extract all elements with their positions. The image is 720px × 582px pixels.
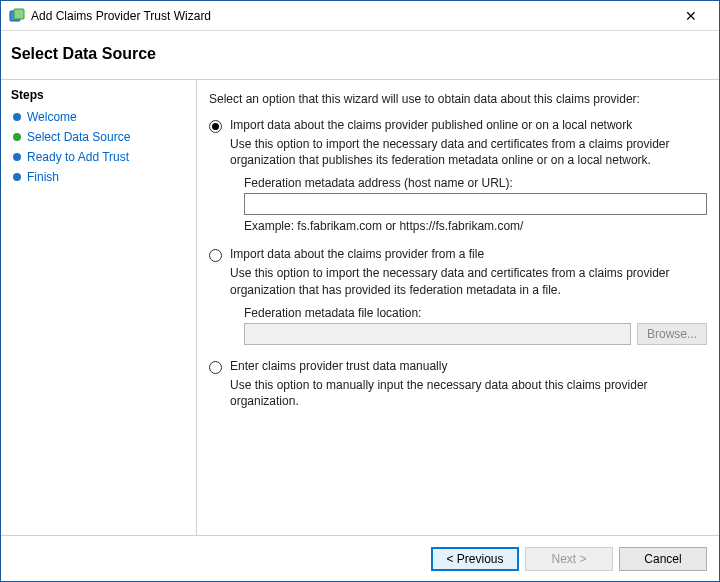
page-header: Select Data Source bbox=[1, 31, 719, 79]
option-desc: Use this option to import the necessary … bbox=[230, 265, 707, 297]
metadata-address-input[interactable] bbox=[244, 193, 707, 215]
metadata-file-label: Federation metadata file location: bbox=[244, 306, 707, 320]
browse-button: Browse... bbox=[637, 323, 707, 345]
content: Select an option that this wizard will u… bbox=[196, 80, 719, 535]
next-button: Next > bbox=[525, 547, 613, 571]
option-title: Import data about the claims provider fr… bbox=[230, 247, 707, 261]
bullet-icon bbox=[13, 133, 21, 141]
steps-title: Steps bbox=[11, 88, 188, 102]
previous-button[interactable]: < Previous bbox=[431, 547, 519, 571]
metadata-file-input bbox=[244, 323, 631, 345]
metadata-address-example: Example: fs.fabrikam.com or https://fs.f… bbox=[244, 219, 707, 233]
step-finish[interactable]: Finish bbox=[9, 168, 188, 186]
intro-text: Select an option that this wizard will u… bbox=[209, 92, 707, 106]
steps-sidebar: Steps Welcome Select Data Source Ready t… bbox=[1, 80, 196, 535]
step-label: Finish bbox=[27, 170, 59, 184]
step-label: Select Data Source bbox=[27, 130, 130, 144]
metadata-address-label: Federation metadata address (host name o… bbox=[244, 176, 707, 190]
close-icon[interactable]: ✕ bbox=[671, 8, 711, 24]
bullet-icon bbox=[13, 113, 21, 121]
window-title: Add Claims Provider Trust Wizard bbox=[31, 9, 671, 23]
step-welcome[interactable]: Welcome bbox=[9, 108, 188, 126]
step-label: Ready to Add Trust bbox=[27, 150, 129, 164]
option-title: Enter claims provider trust data manuall… bbox=[230, 359, 707, 373]
step-select-data-source[interactable]: Select Data Source bbox=[9, 128, 188, 146]
option-desc: Use this option to import the necessary … bbox=[230, 136, 707, 168]
bullet-icon bbox=[13, 173, 21, 181]
page-title: Select Data Source bbox=[11, 45, 709, 63]
option-import-online: Import data about the claims provider pu… bbox=[209, 118, 707, 233]
radio-manual[interactable] bbox=[209, 361, 222, 374]
body: Steps Welcome Select Data Source Ready t… bbox=[1, 79, 719, 535]
titlebar: Add Claims Provider Trust Wizard ✕ bbox=[1, 1, 719, 31]
app-icon bbox=[9, 8, 25, 24]
step-label: Welcome bbox=[27, 110, 77, 124]
radio-import-file[interactable] bbox=[209, 249, 222, 262]
cancel-button[interactable]: Cancel bbox=[619, 547, 707, 571]
svg-rect-1 bbox=[14, 9, 24, 19]
option-manual: Enter claims provider trust data manuall… bbox=[209, 359, 707, 417]
radio-import-online[interactable] bbox=[209, 120, 222, 133]
option-desc: Use this option to manually input the ne… bbox=[230, 377, 707, 409]
option-title: Import data about the claims provider pu… bbox=[230, 118, 707, 132]
footer: < Previous Next > Cancel bbox=[1, 535, 719, 581]
option-import-file: Import data about the claims provider fr… bbox=[209, 247, 707, 344]
bullet-icon bbox=[13, 153, 21, 161]
step-ready-to-add-trust[interactable]: Ready to Add Trust bbox=[9, 148, 188, 166]
